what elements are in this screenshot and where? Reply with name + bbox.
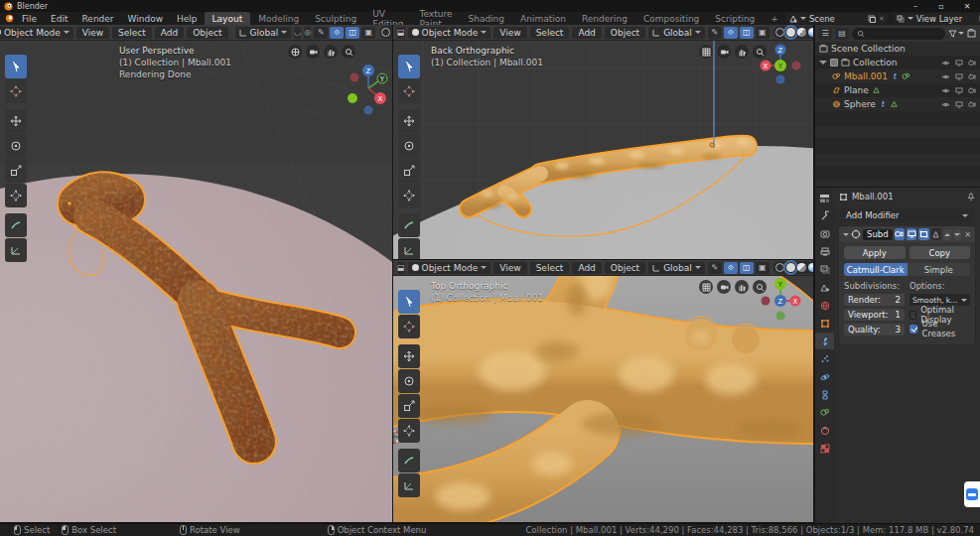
shading-wireframe-icon[interactable] — [381, 28, 390, 37]
axis-z-neg-ball[interactable] — [364, 106, 373, 115]
workspace-tab-animation[interactable]: Animation — [512, 12, 574, 25]
tool-measure[interactable] — [398, 238, 420, 260]
tab-view-layer-icon[interactable] — [815, 261, 834, 278]
select-menu[interactable]: Select — [530, 262, 570, 274]
axis-y-neg-ball[interactable] — [776, 312, 785, 321]
overlays-dropdown-icon[interactable]: ✎ — [314, 27, 328, 39]
tab-particles-icon[interactable] — [815, 350, 834, 367]
workspace-tab-sculpting[interactable]: Sculpting — [307, 12, 364, 25]
blender-menu-icon[interactable] — [4, 14, 15, 23]
transform-orientation-dropdown[interactable]: Global — [235, 27, 292, 39]
axis-z-neg-ball[interactable] — [776, 75, 785, 84]
perspective-switch-icon[interactable] — [699, 280, 713, 294]
perspective-switch-icon[interactable] — [288, 45, 302, 59]
editor-type-icon[interactable]: ⬓ — [397, 27, 405, 39]
axis-x-neg-ball[interactable] — [762, 297, 770, 306]
modifier-move-down-button[interactable] — [953, 229, 961, 240]
tab-physics-icon[interactable] — [815, 368, 834, 385]
viewport-left-canvas[interactable] — [0, 41, 393, 523]
workspace-tab-uv-editing[interactable]: UV Editing — [364, 12, 411, 25]
shading-rendered-icon[interactable] — [808, 28, 813, 37]
gizmos-toggle-icon[interactable]: ⟐ — [724, 27, 738, 39]
tool-transform[interactable] — [398, 184, 420, 207]
tool-move[interactable] — [398, 109, 420, 133]
new-scene-icon[interactable] — [868, 15, 876, 23]
viewport-left-axis-gizmo[interactable]: Z Y X — [345, 59, 392, 116]
tool-move[interactable] — [5, 109, 27, 133]
axis-x-neg-ball[interactable] — [792, 62, 801, 70]
tool-scale[interactable] — [398, 159, 420, 183]
select-menu[interactable]: Select — [112, 27, 152, 39]
close-button[interactable]: ✕ — [954, 0, 980, 12]
eye-icon[interactable] — [941, 73, 950, 80]
modifier-render-toggle[interactable] — [895, 228, 905, 240]
gizmos-toggle-icon[interactable]: ⟐ — [330, 27, 344, 39]
viewport-bottom-right-axis-gizmo[interactable]: Y X Z — [757, 274, 804, 324]
add-menu[interactable]: Add — [572, 262, 601, 274]
tool-select-box[interactable] — [398, 290, 420, 314]
shading-wireframe-icon[interactable] — [775, 263, 784, 272]
snap-magnet-icon[interactable]: ◡ — [294, 27, 301, 39]
tool-rotate[interactable] — [398, 369, 420, 393]
tool-select-box[interactable] — [5, 55, 27, 78]
menu-window[interactable]: Window — [121, 14, 171, 24]
use-creases-checkbox[interactable] — [910, 325, 917, 334]
show-overlays-icon[interactable]: ◫ — [740, 262, 754, 274]
eye-icon[interactable] — [941, 60, 950, 67]
monitor-icon[interactable] — [955, 87, 963, 94]
tab-texture-icon[interactable] — [815, 440, 834, 457]
view-layer-selector[interactable]: View Layer ✕ — [894, 13, 980, 24]
render-camera-icon[interactable] — [968, 101, 976, 108]
select-menu[interactable]: Select — [530, 27, 570, 39]
new-collection-icon[interactable] — [967, 29, 977, 38]
shading-solid-icon[interactable] — [786, 28, 795, 37]
workspace-tab-modeling[interactable]: Modeling — [250, 12, 307, 25]
outliner-row-mball[interactable]: Mball.001 — [815, 69, 980, 83]
modifier-move-up-button[interactable] — [943, 229, 951, 240]
view-menu[interactable]: View — [493, 262, 526, 274]
tab-world-icon[interactable] — [815, 297, 834, 314]
tool-transform[interactable] — [5, 184, 27, 207]
eye-icon[interactable] — [941, 101, 950, 108]
menu-edit[interactable]: Edit — [44, 14, 74, 24]
catmull-clark-button[interactable]: Catmull-Clark — [844, 263, 908, 276]
modifier-name-field[interactable]: Subd — [863, 229, 893, 240]
tool-move[interactable] — [398, 344, 420, 368]
add-menu[interactable]: Add — [155, 27, 184, 39]
expand-triangle-icon[interactable] — [819, 61, 827, 65]
tool-rotate[interactable] — [398, 134, 420, 158]
axis-y-neg-ball[interactable] — [348, 93, 357, 103]
simple-button[interactable]: Simple — [908, 263, 971, 276]
camera-view-icon[interactable] — [717, 280, 731, 294]
transform-orientation-dropdown[interactable]: Global — [648, 27, 705, 39]
add-modifier-dropdown[interactable]: Add Modifier — [840, 208, 974, 222]
collection-checkbox[interactable] — [830, 59, 838, 67]
use-creases-row[interactable]: Use Creases — [910, 323, 970, 335]
modifier-cage-toggle[interactable] — [931, 228, 941, 240]
camera-view-icon[interactable] — [306, 45, 320, 59]
show-overlays-icon[interactable]: ◫ — [346, 27, 359, 39]
outliner-row-plane[interactable]: Plane — [815, 83, 980, 97]
filter-dropdown[interactable] — [948, 30, 964, 38]
tool-annotate[interactable] — [398, 213, 420, 237]
viewport-subdivisions-field[interactable]: Viewport: 1 — [844, 309, 905, 321]
tool-cursor[interactable] — [5, 79, 27, 103]
optimal-display-checkbox[interactable] — [910, 311, 916, 320]
maximize-button[interactable]: ▫ — [928, 0, 954, 12]
shading-material-icon[interactable] — [797, 263, 806, 272]
tool-measure[interactable] — [398, 473, 420, 497]
overlays-dropdown-icon[interactable]: ✎ — [708, 27, 722, 39]
pan-hand-icon[interactable] — [324, 45, 338, 59]
render-subdivisions-field[interactable]: Render: 2 — [844, 294, 905, 306]
unlink-scene-icon[interactable]: ✕ — [879, 15, 885, 23]
tab-material-icon[interactable] — [815, 422, 834, 439]
xray-toggle-icon[interactable]: ▣ — [756, 27, 770, 39]
menu-file[interactable]: File — [15, 14, 44, 24]
viewport-top-right-canvas[interactable] — [393, 41, 814, 260]
shading-rendered-icon[interactable] — [808, 263, 813, 272]
shading-solid-icon[interactable] — [786, 263, 795, 272]
axis-x-neg-ball[interactable] — [350, 73, 359, 82]
perspective-switch-icon[interactable] — [699, 45, 713, 59]
pan-hand-icon[interactable] — [735, 280, 749, 294]
zoom-icon[interactable] — [342, 45, 355, 59]
